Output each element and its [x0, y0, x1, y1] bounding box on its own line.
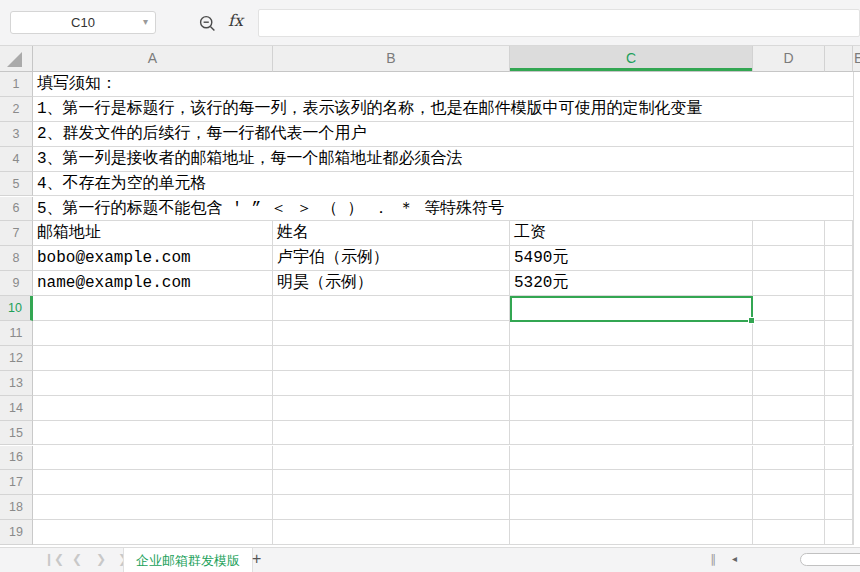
fx-icon[interactable]: fx: [228, 11, 243, 30]
column-header-E[interactable]: E: [853, 46, 860, 72]
cell-D13[interactable]: [753, 371, 825, 396]
cell-A16[interactable]: [33, 446, 273, 471]
cell-B8[interactable]: 卢宇伯（示例）: [273, 246, 510, 271]
name-box[interactable]: C10 ▾: [10, 11, 156, 34]
row-header-16[interactable]: 16: [0, 446, 33, 471]
cell-D16[interactable]: [753, 446, 825, 471]
cell-C12[interactable]: [510, 346, 753, 371]
row-header-14[interactable]: 14: [0, 396, 33, 421]
cell-A18[interactable]: [33, 495, 273, 520]
row-header-19[interactable]: 19: [0, 520, 33, 545]
cell-D18[interactable]: [753, 495, 825, 520]
row-header-18[interactable]: 18: [0, 495, 33, 520]
cell-C16[interactable]: [510, 446, 753, 471]
cell-D11[interactable]: [753, 321, 825, 346]
add-sheet-button[interactable]: +: [252, 550, 261, 568]
cell-C19[interactable]: [510, 520, 753, 545]
cell-C17[interactable]: [510, 470, 753, 495]
cell-B12[interactable]: [273, 346, 510, 371]
cell-E19[interactable]: [825, 520, 853, 545]
cell-B9[interactable]: 明昊（示例）: [273, 271, 510, 296]
cell-A1[interactable]: 填写须知：: [33, 72, 853, 97]
row-header-11[interactable]: 11: [0, 321, 33, 346]
cell-A12[interactable]: [33, 346, 273, 371]
cell-A10[interactable]: [33, 296, 273, 321]
column-header-A[interactable]: A: [33, 46, 273, 72]
row-header-6[interactable]: 6: [0, 197, 33, 222]
cell-D9[interactable]: [753, 271, 825, 296]
row-header-17[interactable]: 17: [0, 470, 33, 495]
cell-B16[interactable]: [273, 446, 510, 471]
cell-A6[interactable]: 5、第一行的标题不能包含 ' ” ＜ ＞ （ ） ． ＊ 等特殊符号: [33, 197, 853, 222]
cell-D15[interactable]: [753, 421, 825, 446]
horizontal-scrollbar-thumb[interactable]: [800, 553, 860, 566]
cell-A15[interactable]: [33, 421, 273, 446]
row-header-13[interactable]: 13: [0, 371, 33, 396]
row-header-5[interactable]: 5: [0, 172, 33, 197]
cell-C8[interactable]: 5490元: [510, 246, 753, 271]
cell-C13[interactable]: [510, 371, 753, 396]
cell-C9[interactable]: 5320元: [510, 271, 753, 296]
cell-E16[interactable]: [825, 446, 853, 471]
next-sheet-icon[interactable]: ❯: [96, 552, 106, 566]
cell-A9[interactable]: name@example.com: [33, 271, 273, 296]
cell-E10[interactable]: [825, 296, 853, 321]
tab-splitter-handle[interactable]: ∥: [710, 552, 716, 566]
select-all-corner[interactable]: [0, 46, 33, 72]
cell-E18[interactable]: [825, 495, 853, 520]
cell-A7[interactable]: 邮箱地址: [33, 221, 273, 246]
cell-B19[interactable]: [273, 520, 510, 545]
row-header-3[interactable]: 3: [0, 122, 33, 147]
row-header-7[interactable]: 7: [0, 221, 33, 246]
cell-D19[interactable]: [753, 520, 825, 545]
cell-A14[interactable]: [33, 396, 273, 421]
row-header-12[interactable]: 12: [0, 346, 33, 371]
cell-C14[interactable]: [510, 396, 753, 421]
cell-E15[interactable]: [825, 421, 853, 446]
zoom-search-icon[interactable]: [198, 14, 218, 34]
cell-D7[interactable]: [753, 221, 825, 246]
column-header-C[interactable]: C: [510, 46, 753, 72]
first-sheet-icon[interactable]: ❙❮: [44, 552, 64, 566]
formula-bar-input[interactable]: [258, 9, 860, 37]
cell-C15[interactable]: [510, 421, 753, 446]
cell-B11[interactable]: [273, 321, 510, 346]
cell-D17[interactable]: [753, 470, 825, 495]
cell-B17[interactable]: [273, 470, 510, 495]
cell-B15[interactable]: [273, 421, 510, 446]
cell-D10[interactable]: [753, 296, 825, 321]
cell-E11[interactable]: [825, 321, 853, 346]
row-header-8[interactable]: 8: [0, 246, 33, 271]
cell-C10[interactable]: [510, 296, 753, 321]
cell-B18[interactable]: [273, 495, 510, 520]
cell-A3[interactable]: 2、群发文件的后续行，每一行都代表一个用户: [33, 122, 853, 147]
row-header-9[interactable]: 9: [0, 271, 33, 296]
cell-C11[interactable]: [510, 321, 753, 346]
row-header-2[interactable]: 2: [0, 97, 33, 122]
cell-E7[interactable]: [825, 221, 853, 246]
cell-C18[interactable]: [510, 495, 753, 520]
cell-E13[interactable]: [825, 371, 853, 396]
cell-A11[interactable]: [33, 321, 273, 346]
column-header-col4[interactable]: [825, 46, 853, 72]
cell-C7[interactable]: 工资: [510, 221, 753, 246]
cell-A5[interactable]: 4、不存在为空的单元格: [33, 172, 853, 197]
cell-B7[interactable]: 姓名: [273, 221, 510, 246]
cell-E14[interactable]: [825, 396, 853, 421]
cell-E17[interactable]: [825, 470, 853, 495]
chevron-down-icon[interactable]: ▾: [143, 16, 148, 27]
cell-A13[interactable]: [33, 371, 273, 396]
sheet-tab-active[interactable]: 企业邮箱群发模版: [123, 548, 253, 572]
prev-sheet-icon[interactable]: ❮: [72, 552, 82, 566]
row-header-4[interactable]: 4: [0, 147, 33, 172]
cell-D12[interactable]: [753, 346, 825, 371]
cell-E12[interactable]: [825, 346, 853, 371]
cell-A4[interactable]: 3、第一列是接收者的邮箱地址，每一个邮箱地址都必须合法: [33, 147, 853, 172]
column-header-B[interactable]: B: [273, 46, 510, 72]
column-header-D[interactable]: D: [753, 46, 825, 72]
cell-B10[interactable]: [273, 296, 510, 321]
cell-B14[interactable]: [273, 396, 510, 421]
cell-A2[interactable]: 1、第一行是标题行，该行的每一列，表示该列的名称，也是在邮件模版中可使用的定制化…: [33, 97, 853, 122]
cell-A19[interactable]: [33, 520, 273, 545]
cell-E8[interactable]: [825, 246, 853, 271]
